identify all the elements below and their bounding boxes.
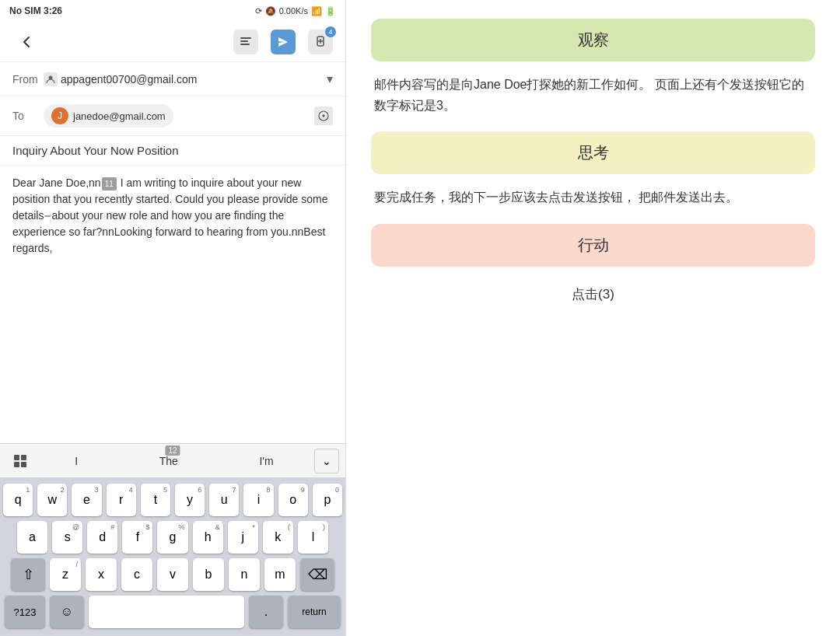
- key-emoji[interactable]: ☺: [50, 596, 84, 628]
- suggestion-badge: 12: [165, 446, 180, 456]
- refresh-icon: ⟳: [255, 6, 262, 16]
- from-dropdown-icon[interactable]: ▾: [327, 72, 333, 86]
- key-j[interactable]: *j: [228, 521, 258, 554]
- body-badge-11: 11: [102, 177, 117, 190]
- keyboard-grid-button[interactable]: [6, 447, 34, 475]
- key-y[interactable]: 6y: [175, 484, 205, 516]
- key-period[interactable]: .: [249, 596, 283, 628]
- suggestion-bar: 12 I The I'm ⌄: [0, 443, 345, 477]
- key-b[interactable]: b: [193, 558, 224, 591]
- observe-card: 观察: [371, 19, 815, 61]
- suggestion-word-3[interactable]: I'm: [250, 452, 282, 470]
- subject-row[interactable]: Inquiry About Your Now Position: [0, 136, 345, 166]
- key-q[interactable]: 1q: [3, 484, 33, 516]
- svg-rect-13: [21, 462, 26, 467]
- think-card: 思考: [371, 131, 815, 174]
- battery-icon: 🔋: [325, 6, 336, 16]
- from-label: From: [12, 73, 44, 86]
- key-g[interactable]: %g: [157, 521, 187, 554]
- think-label: 思考: [578, 144, 609, 161]
- suggestion-word-1[interactable]: I: [65, 452, 87, 470]
- key-space[interactable]: [89, 596, 244, 628]
- act-label: 行动: [578, 236, 609, 253]
- keyboard-row-4: ?123 ☺ . return: [3, 596, 342, 628]
- body-badge-small: [44, 215, 51, 217]
- from-avatar-icon: [44, 72, 58, 86]
- key-p[interactable]: 0p: [313, 484, 342, 516]
- key-i[interactable]: 8i: [243, 484, 273, 516]
- key-e[interactable]: 3e: [72, 484, 101, 516]
- svg-rect-2: [240, 44, 250, 45]
- key-delete[interactable]: ⌫: [300, 558, 334, 591]
- key-z[interactable]: /z: [50, 558, 81, 591]
- svg-rect-11: [21, 455, 26, 460]
- keyboard: 1q 2w 3e 4r 5t 6y 7u 8i 9o 0p a @s #d $f…: [0, 477, 345, 636]
- body-content-end: about your new role and how you are find…: [12, 209, 325, 254]
- to-avatar: J: [51, 107, 68, 124]
- key-num-switch[interactable]: ?123: [5, 596, 45, 628]
- keyboard-row-1: 1q 2w 3e 4r 5t 6y 7u 8i 9o 0p: [3, 484, 342, 516]
- to-action-icon[interactable]: [314, 107, 333, 125]
- to-address: janedoe@gmail.com: [73, 110, 166, 122]
- from-address: appagent00700@gmail.com: [61, 73, 197, 86]
- keyboard-row-2: a @s #d $f %g &h *j (k )l: [3, 521, 342, 554]
- network-speed: 0.00K/s: [279, 6, 308, 16]
- body-area[interactable]: Dear Jane Doe,nn11 I am writing to inqui…: [0, 166, 345, 443]
- key-k[interactable]: (k: [263, 521, 293, 554]
- key-o[interactable]: 9o: [278, 484, 308, 516]
- format-icon-button[interactable]: [233, 30, 258, 54]
- from-value: appagent00700@gmail.com: [44, 72, 327, 86]
- think-text: 要完成任务，我的下一步应该去点击发送按钮， 把邮件发送出去。: [371, 187, 815, 208]
- wifi-icon: 📶: [311, 6, 322, 16]
- subject-text2: Position: [134, 144, 179, 157]
- key-x[interactable]: x: [86, 558, 117, 591]
- status-time: No SIM 3:26: [9, 5, 62, 16]
- email-toolbar: 4: [0, 22, 345, 62]
- key-t[interactable]: 5t: [141, 484, 170, 516]
- observe-text: 邮件内容写的是向Jane Doe打探她的新工作如何。 页面上还有个发送按钮它的数…: [371, 74, 815, 116]
- svg-rect-12: [14, 462, 19, 467]
- to-row: To J janedoe@gmail.com: [0, 96, 345, 136]
- mute-icon: 🔕: [265, 6, 276, 16]
- key-m[interactable]: m: [264, 558, 296, 591]
- to-chip[interactable]: J janedoe@gmail.com: [44, 104, 173, 128]
- key-return[interactable]: return: [288, 596, 341, 628]
- key-w[interactable]: 2w: [37, 484, 67, 516]
- status-bar: No SIM 3:26 ⟳ 🔕 0.00K/s 📶 🔋: [0, 0, 345, 22]
- key-v[interactable]: v: [157, 558, 188, 591]
- key-s[interactable]: @s: [52, 521, 82, 554]
- keyboard-row-3: ⇧ /z x c v b n m ⌫: [3, 558, 342, 591]
- key-d[interactable]: #d: [87, 521, 117, 554]
- svg-rect-10: [14, 455, 19, 460]
- key-c[interactable]: c: [121, 558, 152, 591]
- observe-label: 观察: [578, 31, 609, 48]
- status-icons: ⟳ 🔕 0.00K/s 📶 🔋: [255, 6, 336, 16]
- key-h[interactable]: &h: [193, 521, 223, 554]
- key-r[interactable]: 4r: [107, 484, 136, 516]
- send-icon-button[interactable]: [271, 30, 296, 54]
- act-card: 行动: [371, 224, 815, 267]
- svg-rect-1: [240, 40, 248, 42]
- from-row: From appagent00700@gmail.com ▾: [0, 62, 345, 96]
- right-panel: 观察 邮件内容写的是向Jane Doe打探她的新工作如何。 页面上还有个发送按钮…: [346, 0, 840, 636]
- key-shift[interactable]: ⇧: [11, 558, 45, 591]
- key-l[interactable]: )l: [298, 521, 328, 554]
- key-n[interactable]: n: [229, 558, 260, 591]
- subject-highlight: Now: [110, 144, 134, 157]
- suggestion-expand-button[interactable]: ⌄: [314, 449, 339, 474]
- act-text: 点击(3): [371, 285, 815, 303]
- back-button[interactable]: [12, 28, 40, 56]
- toolbar-actions: 4: [233, 30, 333, 54]
- to-label: To: [12, 110, 44, 122]
- key-u[interactable]: 7u: [209, 484, 239, 516]
- subject-text: Inquiry About Your: [12, 144, 110, 157]
- email-compose: From appagent00700@gmail.com ▾ To J jane…: [0, 62, 345, 636]
- svg-rect-0: [240, 37, 251, 39]
- attach-badge: 4: [325, 26, 336, 37]
- body-content-start: Dear Jane Doe,nn: [12, 176, 101, 189]
- key-f[interactable]: $f: [122, 521, 152, 554]
- body-text: Dear Jane Doe,nn11 I am writing to inqui…: [12, 175, 333, 257]
- left-panel: No SIM 3:26 ⟳ 🔕 0.00K/s 📶 🔋: [0, 0, 346, 636]
- key-a[interactable]: a: [17, 521, 47, 554]
- attach-icon-button[interactable]: 4: [308, 30, 333, 54]
